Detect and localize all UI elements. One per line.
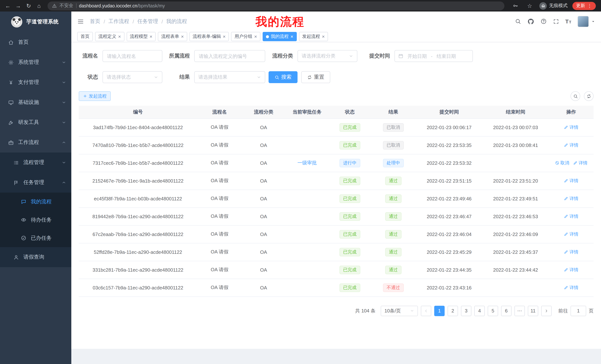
process-name-input[interactable] — [102, 50, 162, 62]
browser-reload-button[interactable]: ↻ — [24, 1, 33, 10]
create-process-button[interactable]: 发起流程 — [79, 91, 111, 101]
detail-action-link[interactable]: 详情 — [573, 160, 587, 166]
sidebar-item-done-tasks[interactable]: 已办任务 — [0, 229, 71, 247]
table-toolbar: 发起流程 — [79, 91, 594, 101]
close-tab-icon[interactable]: × — [150, 34, 152, 39]
close-tab-icon[interactable]: × — [223, 34, 226, 39]
sidebar-item-task-mgmt[interactable]: 任务管理 — [0, 172, 71, 192]
detail-action-link[interactable]: 详情 — [564, 284, 578, 291]
sidebar-item-my-process[interactable]: 我的流程 — [0, 192, 71, 211]
current-task-link[interactable]: 一级审批 — [297, 160, 317, 165]
detail-action-link[interactable]: 详情 — [564, 267, 578, 273]
github-icon[interactable] — [527, 18, 534, 25]
goto-page-input[interactable] — [571, 306, 586, 316]
next-page-button[interactable] — [541, 306, 551, 316]
close-tab-icon[interactable]: × — [290, 34, 293, 39]
calendar-icon — [398, 53, 403, 59]
address-bar[interactable]: 不安全 dashboard.yudao.iocoder.cn/bpm/task/… — [48, 1, 504, 10]
pager-more-button[interactable]: ⋯ — [514, 306, 525, 316]
sidebar-item-todo-tasks[interactable]: 待办任务 — [0, 211, 71, 229]
pager-page-4[interactable]: 4 — [474, 306, 485, 316]
view-tab[interactable]: 首页 — [77, 32, 93, 41]
pager-page-3[interactable]: 3 — [461, 306, 471, 316]
detail-action-link[interactable]: 详情 — [564, 213, 578, 220]
sidebar-item-infra[interactable]: 基础设施 — [0, 92, 71, 112]
close-tab-icon[interactable]: × — [181, 34, 184, 39]
sidebar-item-leave-query[interactable]: 请假查询 — [0, 247, 71, 267]
detail-action-link[interactable]: 详情 — [564, 231, 578, 237]
table-body: 3ad174fb-7b9d-11ec-8404-acde48001122OA 请… — [79, 118, 594, 297]
pager-page-2[interactable]: 2 — [448, 306, 458, 316]
cancel-action-link[interactable]: 取消 — [555, 160, 569, 166]
refresh-table-button[interactable] — [584, 91, 594, 101]
sidebar-item-payment[interactable]: 支付管理 — [0, 72, 71, 92]
browser-home-button[interactable]: ⌂ — [34, 1, 44, 10]
result-tag: 通过 — [385, 248, 401, 256]
bookmark-button[interactable]: ☆ — [525, 1, 534, 10]
browser-menu-icon[interactable]: ⋮ — [587, 3, 592, 8]
pager-page-11[interactable]: 11 — [528, 306, 538, 316]
view-tab[interactable]: 流程表单× — [158, 32, 187, 41]
category-select[interactable]: 请选择流程分类 — [298, 50, 357, 62]
view-tab[interactable]: 流程表单-编辑× — [190, 32, 229, 41]
view-tab[interactable]: 我的流程× — [263, 32, 297, 41]
view-tab[interactable]: 用户分组× — [231, 32, 260, 41]
toggle-search-button[interactable] — [571, 91, 580, 101]
close-tab-icon[interactable]: × — [118, 34, 121, 39]
sidebar-item-home[interactable]: 首页 — [0, 32, 71, 52]
page-size-select[interactable]: 10条/页 — [381, 306, 418, 316]
reset-button[interactable]: 重置 — [301, 71, 330, 83]
cell-name: OA 请假 — [197, 261, 242, 279]
detail-action-link[interactable]: 详情 — [564, 124, 578, 130]
sidebar-item-devtools[interactable]: 研发工具 — [0, 112, 71, 133]
detail-action-link[interactable]: 详情 — [564, 178, 578, 184]
submit-time-range[interactable]: - — [394, 50, 473, 62]
result-tag: 已取消 — [383, 123, 404, 132]
view-tab[interactable]: 发起流程× — [299, 32, 328, 41]
view-tab[interactable]: 流程定义× — [95, 32, 124, 41]
yen-icon — [8, 80, 14, 85]
search-icon[interactable] — [515, 18, 521, 25]
update-button[interactable]: 更新 ⋮ — [572, 2, 596, 10]
cell-status: 进行中 — [329, 154, 371, 172]
browser-forward-button[interactable]: → — [13, 1, 23, 10]
sidebar-item-system[interactable]: 系统管理 — [0, 52, 71, 72]
refresh-icon — [307, 75, 312, 80]
search-button[interactable]: 搜索 — [269, 71, 298, 83]
breadcrumb-item[interactable]: 首页 — [90, 18, 100, 25]
cell-status: 已完成 — [329, 225, 371, 243]
detail-action-link[interactable]: 详情 — [564, 249, 578, 255]
font-size-icon[interactable]: TT — [565, 18, 571, 25]
result-select[interactable]: 请选择流结果 — [194, 71, 265, 83]
sidebar-item-workflow[interactable]: 工作流程 — [0, 133, 71, 153]
start-date-input[interactable] — [405, 53, 429, 59]
close-tab-icon[interactable]: × — [254, 34, 257, 39]
sidebar-item-process-mgmt[interactable]: 流程管理 — [0, 153, 71, 172]
chevron-down-icon[interactable] — [591, 19, 595, 23]
sidebar-item-label: 流程管理 — [23, 159, 44, 166]
plus-icon — [83, 94, 87, 98]
app-logo[interactable]: 芋道管理系统 — [0, 11, 71, 32]
create-process-label: 发起流程 — [89, 93, 107, 99]
detail-action-link[interactable]: 详情 — [564, 195, 578, 202]
password-key-icon[interactable] — [510, 1, 520, 10]
close-tab-icon[interactable]: × — [322, 34, 325, 39]
status-select[interactable]: 请选择状态 — [102, 71, 162, 83]
avatar[interactable] — [578, 16, 589, 27]
process-id-input[interactable] — [194, 50, 265, 62]
end-date-input[interactable] — [434, 53, 458, 59]
help-icon[interactable] — [540, 18, 547, 25]
detail-action-link[interactable]: 详情 — [564, 142, 578, 148]
fullscreen-icon[interactable] — [553, 18, 559, 24]
pager-page-1[interactable]: 1 — [434, 306, 445, 316]
breadcrumb-item[interactable]: 工作流程 — [109, 18, 129, 25]
view-tab[interactable]: 流程模型× — [127, 32, 156, 41]
browser-back-button[interactable]: ← — [3, 1, 13, 10]
cell-submit-time: 2022-01-22 23:46:04 — [416, 225, 482, 243]
pager-page-5[interactable]: 5 — [488, 306, 498, 316]
breadcrumb-item[interactable]: 任务管理 — [137, 18, 158, 25]
forward-arrow-icon: → — [15, 3, 21, 9]
collapse-menu-icon[interactable] — [77, 18, 84, 25]
prev-page-button[interactable] — [421, 306, 431, 316]
pager-page-6[interactable]: 6 — [501, 306, 511, 316]
